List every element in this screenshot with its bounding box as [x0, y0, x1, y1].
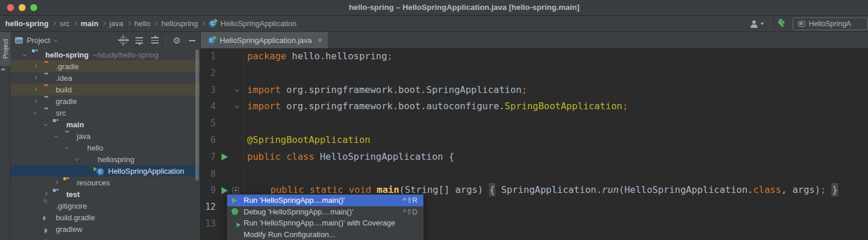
project-tool-window: Project ⚙ hello-spring~/study/hello-spri… — [10, 32, 201, 240]
menu-item[interactable]: Run 'HelloSpringApp....main()' with Cove… — [227, 217, 423, 229]
chevron-right-icon[interactable] — [33, 99, 37, 103]
line-number[interactable]: 1 — [201, 48, 216, 65]
tree-row[interactable]: main — [10, 119, 200, 130]
breadcrumb-item-hellospring[interactable]: hellospring — [161, 19, 198, 28]
line-number[interactable]: 7 — [201, 149, 216, 166]
chevron-right-icon[interactable] — [33, 76, 37, 80]
line-number[interactable]: 12 — [201, 199, 216, 216]
chevron-right-icon[interactable] — [33, 64, 37, 68]
gear-icon[interactable]: ⚙ — [173, 37, 181, 44]
expand-all-icon[interactable] — [135, 37, 143, 44]
run-gutter-icon[interactable] — [222, 187, 228, 194]
breadcrumb-label: hello-spring — [5, 19, 48, 28]
code-token: SpringApplication. — [495, 184, 602, 195]
code-line[interactable]: 7public class HelloSpringApplication { — [201, 149, 868, 166]
code-line[interactable]: 3import org.springframework.boot.SpringA… — [201, 82, 868, 99]
breadcrumb-item-hello-spring[interactable]: hello-spring — [5, 19, 48, 28]
tree-row[interactable]: src — [10, 107, 200, 119]
menu-item[interactable]: Debug 'HelloSpringApp....main()'^⇧D — [227, 206, 423, 218]
code-token: import — [247, 84, 281, 95]
menu-item[interactable]: Modify Run Configuration... — [227, 229, 423, 240]
breadcrumb-item-src[interactable]: src — [59, 19, 69, 28]
tree-row[interactable]: >gradlew — [10, 223, 200, 235]
line-number[interactable]: 9 — [201, 182, 216, 199]
menu-item-label: Run 'HelloSpringApp....main()' with Cove… — [244, 218, 395, 227]
zoom-window-button[interactable] — [30, 4, 37, 11]
chevron-down-icon[interactable] — [75, 157, 79, 161]
tree-row[interactable]: hello-spring~/study/hello-spring — [10, 49, 200, 60]
tree-row[interactable]: > — [10, 235, 200, 240]
code-token: org.springframework.boot.SpringApplicati… — [281, 84, 521, 95]
line-number[interactable]: 13 — [201, 216, 216, 232]
code-line[interactable]: 1package hello.hellospring; — [201, 48, 868, 65]
code-line[interactable]: 4import org.springframework.boot.autocon… — [201, 98, 868, 115]
locate-file-icon[interactable] — [120, 37, 127, 44]
chevron-right-icon[interactable] — [44, 192, 48, 196]
line-number[interactable]: 6 — [201, 132, 216, 149]
toolbar-divider — [770, 19, 770, 28]
class-run-icon: C — [208, 36, 216, 45]
project-tree-scrollbar[interactable] — [195, 49, 199, 181]
tree-row[interactable]: hello — [10, 142, 200, 153]
line-number[interactable]: 5 — [201, 115, 216, 132]
module-badge — [31, 49, 35, 53]
shell-script-icon: > — [44, 228, 47, 234]
menu-item[interactable]: Run 'HelloSpringApp....main()'^⇧R — [227, 195, 423, 206]
fold-marker-icon[interactable] — [235, 88, 239, 92]
editor-tab[interactable]: C HelloSpringApplication.java × — [201, 32, 328, 48]
menu-item-icon-slot — [232, 219, 244, 227]
run-icon — [232, 198, 237, 203]
user-icon — [750, 20, 758, 28]
chevron-down-icon[interactable] — [33, 110, 37, 114]
chevron-right-icon[interactable] — [54, 180, 58, 184]
chevron-right-icon[interactable] — [33, 87, 37, 91]
tree-row[interactable]: resources — [10, 177, 200, 188]
hide-panel-icon[interactable] — [189, 40, 195, 41]
chevron-down-icon[interactable] — [65, 145, 69, 149]
close-window-button[interactable] — [7, 4, 14, 11]
tree-row[interactable]: gradle — [10, 95, 200, 107]
user-profile-button[interactable] — [750, 20, 764, 28]
minimize-window-button[interactable] — [19, 4, 26, 11]
tree-row[interactable]: .gitignore — [10, 200, 200, 212]
fold-marker-icon[interactable] — [235, 104, 239, 108]
chevron-down-icon[interactable] — [44, 122, 48, 126]
breadcrumb-label: hellospring — [161, 19, 198, 28]
breadcrumb-item-hello[interactable]: hello — [134, 19, 150, 28]
project-panel-title[interactable]: Project — [27, 36, 50, 45]
breadcrumb-item-java[interactable]: java — [109, 19, 123, 28]
stripe-tab-project[interactable]: Project — [0, 32, 10, 66]
run-configuration-select[interactable]: HelloSpringA — [792, 17, 868, 30]
close-icon[interactable]: × — [317, 35, 322, 45]
fold-expand-icon[interactable]: + — [233, 187, 239, 194]
debug-bug-icon — [232, 208, 238, 215]
breadcrumb-item-HelloSpringApplication[interactable]: CHelloSpringApplication — [209, 19, 297, 28]
tree-row[interactable]: test — [10, 188, 200, 200]
tree-row[interactable]: java — [10, 130, 200, 142]
breadcrumb-label: HelloSpringApplication — [220, 19, 297, 28]
tree-row[interactable]: build — [10, 84, 200, 95]
tree-row[interactable]: build.gradle — [10, 212, 200, 223]
title-bar: hello-spring – HelloSpringApplication.ja… — [0, 0, 868, 16]
line-number[interactable]: 8 — [201, 166, 216, 182]
menu-item-shortcut: ^⇧R — [403, 196, 417, 205]
tree-row[interactable]: CHelloSpringApplication — [10, 165, 200, 177]
breadcrumb-item-main[interactable]: main — [81, 19, 98, 28]
line-number[interactable]: 2 — [201, 65, 216, 82]
line-number[interactable]: 3 — [201, 82, 216, 99]
build-hammer-icon[interactable] — [776, 19, 787, 29]
code-line[interactable]: 2 — [201, 65, 868, 82]
run-gutter-icon[interactable] — [222, 153, 228, 160]
collapse-all-icon[interactable] — [151, 37, 159, 44]
breadcrumb-separator-icon — [52, 22, 56, 26]
chevron-down-icon[interactable] — [53, 37, 58, 41]
code-line[interactable]: 5 — [201, 115, 868, 132]
code-line[interactable]: 8 — [201, 166, 868, 182]
chevron-down-icon[interactable] — [54, 134, 58, 138]
tree-row[interactable]: hellospring — [10, 153, 200, 165]
line-number[interactable]: 4 — [201, 98, 216, 115]
chevron-down-icon[interactable] — [23, 52, 27, 56]
tree-row[interactable]: .idea — [10, 72, 200, 84]
code-line[interactable]: 6@SpringBootApplication — [201, 132, 868, 149]
tree-row[interactable]: .gradle — [10, 60, 200, 72]
